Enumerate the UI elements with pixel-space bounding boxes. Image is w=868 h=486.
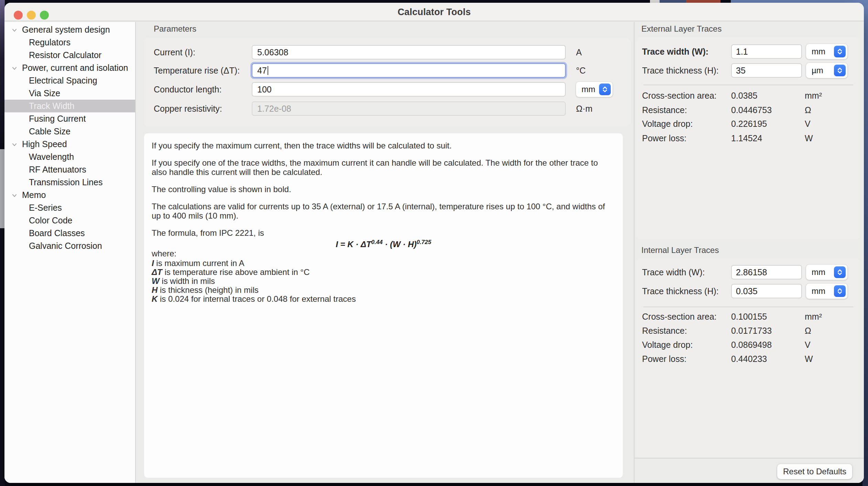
reset-to-defaults-button[interactable]: Reset to Defaults bbox=[777, 464, 852, 479]
separator bbox=[634, 458, 864, 459]
internal-trace-width-input[interactable]: 2.86158 bbox=[731, 265, 802, 279]
sidebar-item-regulators[interactable]: Regulators bbox=[4, 36, 135, 49]
conductor-length-input[interactable]: 100 bbox=[252, 82, 566, 97]
parameters-section-label: Parameters bbox=[154, 24, 196, 34]
conductor-length-unit-select[interactable]: mm bbox=[576, 81, 613, 97]
sidebar-item-label: Cable Size bbox=[29, 126, 70, 136]
internal-result-row: Resistance: 0.0171733 Ω bbox=[634, 325, 864, 336]
sidebar-item-label: Via Size bbox=[29, 88, 60, 98]
stepper-icon bbox=[834, 285, 846, 297]
sidebar-item-label: Board Classes bbox=[29, 228, 85, 238]
sidebar-item-label: RF Attenuators bbox=[29, 165, 86, 174]
stepper-icon bbox=[599, 84, 611, 95]
external-result-row: Resistance: 0.0446753 Ω bbox=[634, 104, 864, 115]
definition-line: W is width in mils bbox=[152, 277, 615, 286]
conductor-length-row: Conductor length: 100 mm bbox=[136, 82, 634, 97]
internal-trace-thickness-unit-select[interactable]: mm bbox=[806, 283, 848, 299]
ipc2221-formula: I = K · ΔT0.44 · (W · H)0.725 bbox=[152, 238, 615, 249]
sidebar-item-label: Regulators bbox=[29, 37, 70, 47]
help-paragraph: If you specify one of the trace widths, … bbox=[152, 158, 609, 177]
internal-trace-thickness-input[interactable]: 0.035 bbox=[731, 284, 802, 298]
internal-result-row: Cross-section area: 0.100155 mm² bbox=[634, 311, 864, 322]
separator bbox=[643, 85, 853, 85]
sidebar-item-label: Track Width bbox=[29, 101, 74, 111]
current-unit-label: A bbox=[576, 45, 582, 59]
external-trace-width-input[interactable]: 1.1 bbox=[731, 44, 802, 59]
where-label: where: bbox=[152, 249, 615, 258]
stepper-icon bbox=[834, 266, 846, 278]
sidebar-item-transmission-lines[interactable]: Transmission Lines bbox=[4, 176, 135, 189]
copper-resistivity-label: Copper resistivity: bbox=[154, 101, 222, 116]
temperature-rise-row: Temperature rise (ΔT): 47 °C bbox=[136, 63, 634, 78]
external-trace-thickness-input[interactable]: 35 bbox=[731, 63, 802, 78]
sidebar-item-label: High Speed bbox=[22, 139, 67, 149]
definition-line: I is maximum current in A bbox=[152, 259, 615, 268]
copper-resistivity-input: 1.72e-08 bbox=[252, 101, 566, 116]
text-caret bbox=[268, 66, 268, 75]
internal-trace-thickness-row: Trace thickness (H): 0.035 mm bbox=[634, 283, 864, 299]
help-paragraph: The formula, from IPC 2221, is bbox=[152, 228, 609, 238]
sidebar-item-power-current-isolation[interactable]: Power, current and isolation bbox=[4, 62, 135, 74]
external-result-row: Cross-section area: 0.0385 mm² bbox=[634, 90, 864, 101]
current-label: Current (I): bbox=[154, 45, 195, 59]
internal-trace-width-row: Trace width (W): 2.86158 mm bbox=[634, 264, 864, 280]
sidebar-item-cable-size[interactable]: Cable Size bbox=[4, 125, 135, 138]
external-trace-thickness-unit-select[interactable]: µm bbox=[806, 63, 848, 78]
trace-results-pane: External Layer Traces Trace width (W): 1… bbox=[634, 22, 864, 483]
help-text-panel: If you specify the maximum current, then… bbox=[144, 133, 623, 478]
current-input[interactable]: 5.06308 bbox=[252, 45, 566, 59]
external-trace-width-row: Trace width (W): 1.1 mm bbox=[634, 44, 864, 59]
external-trace-width-unit-select[interactable]: mm bbox=[806, 44, 848, 59]
external-result-row: Power loss: 1.14524 W bbox=[634, 133, 864, 144]
chevron-down-icon bbox=[11, 192, 18, 199]
internal-trace-width-unit-select[interactable]: mm bbox=[806, 264, 848, 280]
sidebar-item-label: Power, current and isolation bbox=[22, 63, 128, 73]
sidebar-item-board-classes[interactable]: Board Classes bbox=[4, 227, 135, 240]
desktop-edge-left bbox=[0, 0, 5, 486]
track-width-main-panel: Parameters Current (I): 5.06308 A Temper… bbox=[136, 22, 634, 483]
external-trace-thickness-label: Trace thickness (H): bbox=[642, 63, 719, 78]
sidebar-item-label: Galvanic Corrosion bbox=[29, 241, 102, 251]
titlebar[interactable]: Calculator Tools bbox=[4, 3, 864, 21]
external-trace-width-label: Trace width (W): bbox=[642, 44, 708, 59]
stepper-icon bbox=[834, 65, 846, 76]
formula-definitions: I is maximum current in A ΔT is temperat… bbox=[152, 259, 615, 303]
sidebar-item-label: Transmission Lines bbox=[29, 177, 102, 187]
sidebar-item-general-system-design[interactable]: General system design bbox=[4, 23, 135, 36]
sidebar-item-label: Memo bbox=[22, 190, 46, 200]
sidebar-item-galvanic-corrosion[interactable]: Galvanic Corrosion bbox=[4, 240, 135, 252]
sidebar-item-label: Color Code bbox=[29, 216, 72, 225]
sidebar-item-high-speed[interactable]: High Speed bbox=[4, 138, 135, 151]
sidebar-item-label: Resistor Calculator bbox=[29, 50, 101, 60]
sidebar-item-electrical-spacing[interactable]: Electrical Spacing bbox=[4, 74, 135, 87]
sidebar-item-e-series[interactable]: E-Series bbox=[4, 201, 135, 214]
chevron-down-icon bbox=[11, 142, 18, 148]
temperature-rise-input[interactable]: 47 bbox=[252, 63, 566, 78]
chevron-down-icon bbox=[11, 27, 18, 33]
help-paragraph: If you specify the maximum current, then… bbox=[152, 141, 609, 150]
window-title: Calculator Tools bbox=[4, 7, 864, 18]
temperature-rise-unit-label: °C bbox=[576, 63, 586, 78]
sidebar-item-track-width[interactable]: Track Width bbox=[4, 100, 135, 112]
separator bbox=[643, 307, 853, 307]
sidebar-item-wavelength[interactable]: Wavelength bbox=[4, 151, 135, 163]
copper-resistivity-row: Copper resistivity: 1.72e-08 Ω·m bbox=[136, 101, 634, 116]
sidebar-item-via-size[interactable]: Via Size bbox=[4, 87, 135, 100]
sidebar-item-fusing-current[interactable]: Fusing Current bbox=[4, 112, 135, 125]
internal-trace-thickness-label: Trace thickness (H): bbox=[642, 283, 719, 299]
calculator-tools-window: Calculator Tools General system design R… bbox=[4, 3, 864, 483]
external-layer-traces-label: External Layer Traces bbox=[641, 24, 721, 34]
definition-line: H is thickness (height) in mils bbox=[152, 286, 615, 295]
internal-trace-width-label: Trace width (W): bbox=[642, 264, 705, 280]
chevron-down-icon bbox=[11, 65, 18, 71]
definition-line: ΔT is temperature rise above ambient in … bbox=[152, 268, 615, 277]
sidebar-item-label: General system design bbox=[22, 25, 110, 34]
definition-line: K is 0.024 for internal traces or 0.048 … bbox=[152, 295, 615, 303]
stepper-icon bbox=[834, 46, 846, 57]
help-paragraph: The controlling value is shown in bold. bbox=[152, 185, 609, 194]
help-paragraph: The calculations are valid for currents … bbox=[152, 202, 609, 220]
sidebar-item-rf-attenuators[interactable]: RF Attenuators bbox=[4, 163, 135, 176]
sidebar-item-memo[interactable]: Memo bbox=[4, 189, 135, 201]
sidebar-item-resistor-calculator[interactable]: Resistor Calculator bbox=[4, 49, 135, 62]
sidebar-item-color-code[interactable]: Color Code bbox=[4, 214, 135, 227]
